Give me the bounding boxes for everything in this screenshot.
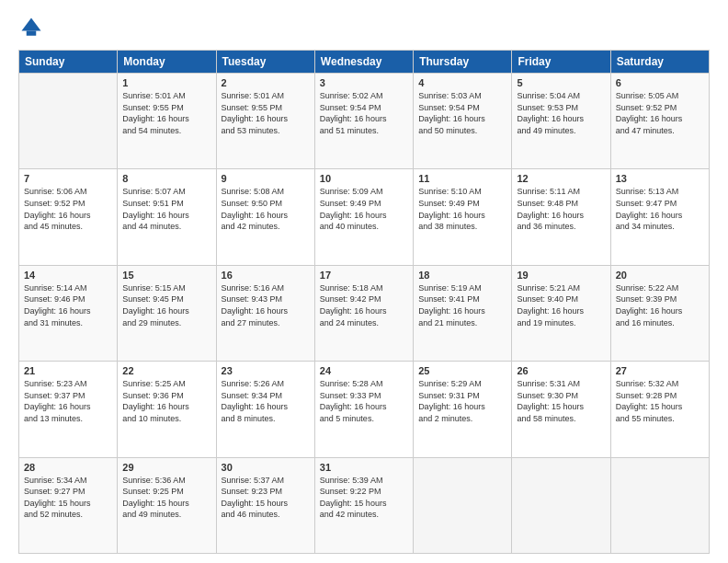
day-info: Sunrise: 5:39 AMSunset: 9:22 PMDaylight:… [320, 475, 408, 521]
logo-icon [18, 15, 44, 40]
day-number: 17 [320, 270, 408, 281]
day-info: Sunrise: 5:02 AMSunset: 9:54 PMDaylight:… [320, 90, 408, 136]
day-number: 21 [24, 365, 112, 376]
day-cell: 18Sunrise: 5:19 AMSunset: 9:41 PMDayligh… [414, 265, 512, 361]
day-number: 2 [222, 77, 310, 88]
day-cell: 6Sunrise: 5:05 AMSunset: 9:52 PMDaylight… [610, 74, 709, 169]
day-number: 30 [222, 462, 310, 473]
day-cell: 27Sunrise: 5:32 AMSunset: 9:28 PMDayligh… [610, 362, 709, 457]
col-header-wednesday: Wednesday [314, 51, 413, 74]
day-number: 10 [320, 173, 408, 184]
week-row-1: 1Sunrise: 5:01 AMSunset: 9:55 PMDaylight… [19, 74, 710, 169]
day-info: Sunrise: 5:21 AMSunset: 9:40 PMDaylight:… [517, 282, 605, 328]
day-number: 26 [517, 365, 605, 376]
day-number: 22 [122, 365, 210, 376]
calendar-header-row: SundayMondayTuesdayWednesdayThursdayFrid… [19, 51, 710, 74]
col-header-thursday: Thursday [414, 51, 512, 74]
day-info: Sunrise: 5:32 AMSunset: 9:28 PMDaylight:… [616, 378, 704, 424]
day-cell: 10Sunrise: 5:09 AMSunset: 9:49 PMDayligh… [314, 169, 413, 265]
day-cell: 1Sunrise: 5:01 AMSunset: 9:55 PMDaylight… [118, 74, 216, 169]
day-cell: 23Sunrise: 5:26 AMSunset: 9:34 PMDayligh… [216, 362, 314, 457]
day-cell: 15Sunrise: 5:15 AMSunset: 9:45 PMDayligh… [118, 265, 216, 361]
col-header-saturday: Saturday [610, 51, 709, 74]
day-info: Sunrise: 5:14 AMSunset: 9:46 PMDaylight:… [24, 282, 112, 328]
day-info: Sunrise: 5:05 AMSunset: 9:52 PMDaylight:… [616, 90, 704, 136]
day-number: 25 [418, 365, 506, 376]
calendar-table: SundayMondayTuesdayWednesdayThursdayFrid… [18, 50, 710, 554]
day-info: Sunrise: 5:34 AMSunset: 9:27 PMDaylight:… [24, 475, 112, 521]
day-cell: 21Sunrise: 5:23 AMSunset: 9:37 PMDayligh… [19, 362, 118, 457]
week-row-3: 14Sunrise: 5:14 AMSunset: 9:46 PMDayligh… [19, 265, 710, 361]
day-number: 27 [616, 365, 704, 376]
day-info: Sunrise: 5:11 AMSunset: 9:48 PMDaylight:… [517, 186, 605, 232]
day-info: Sunrise: 5:15 AMSunset: 9:45 PMDaylight:… [122, 282, 210, 328]
day-cell: 2Sunrise: 5:01 AMSunset: 9:55 PMDaylight… [216, 74, 314, 169]
day-cell: 28Sunrise: 5:34 AMSunset: 9:27 PMDayligh… [19, 457, 118, 553]
logo [18, 15, 50, 40]
day-number: 14 [24, 270, 112, 281]
day-info: Sunrise: 5:26 AMSunset: 9:34 PMDaylight:… [222, 378, 310, 424]
day-info: Sunrise: 5:37 AMSunset: 9:23 PMDaylight:… [222, 475, 310, 521]
day-cell: 24Sunrise: 5:28 AMSunset: 9:33 PMDayligh… [314, 362, 413, 457]
col-header-friday: Friday [512, 51, 610, 74]
day-cell: 20Sunrise: 5:22 AMSunset: 9:39 PMDayligh… [610, 265, 709, 361]
day-number: 16 [222, 270, 310, 281]
day-number: 18 [418, 270, 506, 281]
day-number: 23 [222, 365, 310, 376]
day-info: Sunrise: 5:04 AMSunset: 9:53 PMDaylight:… [517, 90, 605, 136]
day-number: 24 [320, 365, 408, 376]
week-row-2: 7Sunrise: 5:06 AMSunset: 9:52 PMDaylight… [19, 169, 710, 265]
day-number: 29 [122, 462, 210, 473]
day-info: Sunrise: 5:06 AMSunset: 9:52 PMDaylight:… [24, 186, 112, 232]
col-header-tuesday: Tuesday [216, 51, 314, 74]
day-number: 3 [320, 77, 408, 88]
day-cell: 14Sunrise: 5:14 AMSunset: 9:46 PMDayligh… [19, 265, 118, 361]
day-info: Sunrise: 5:19 AMSunset: 9:41 PMDaylight:… [418, 282, 506, 328]
day-cell: 25Sunrise: 5:29 AMSunset: 9:31 PMDayligh… [414, 362, 512, 457]
day-cell [610, 457, 709, 553]
day-info: Sunrise: 5:23 AMSunset: 9:37 PMDaylight:… [24, 378, 112, 424]
day-cell: 12Sunrise: 5:11 AMSunset: 9:48 PMDayligh… [512, 169, 610, 265]
day-info: Sunrise: 5:10 AMSunset: 9:49 PMDaylight:… [418, 186, 506, 232]
page: SundayMondayTuesdayWednesdayThursdayFrid… [0, 0, 728, 563]
day-cell: 3Sunrise: 5:02 AMSunset: 9:54 PMDaylight… [314, 74, 413, 169]
day-info: Sunrise: 5:18 AMSunset: 9:42 PMDaylight:… [320, 282, 408, 328]
day-number: 5 [517, 77, 605, 88]
svg-rect-1 [27, 31, 37, 36]
day-info: Sunrise: 5:25 AMSunset: 9:36 PMDaylight:… [122, 378, 210, 424]
day-info: Sunrise: 5:36 AMSunset: 9:25 PMDaylight:… [122, 475, 210, 521]
day-info: Sunrise: 5:09 AMSunset: 9:49 PMDaylight:… [320, 186, 408, 232]
col-header-monday: Monday [118, 51, 216, 74]
day-number: 28 [24, 462, 112, 473]
day-cell: 17Sunrise: 5:18 AMSunset: 9:42 PMDayligh… [314, 265, 413, 361]
day-number: 9 [222, 173, 310, 184]
day-cell: 30Sunrise: 5:37 AMSunset: 9:23 PMDayligh… [216, 457, 314, 553]
day-number: 19 [517, 270, 605, 281]
day-info: Sunrise: 5:08 AMSunset: 9:50 PMDaylight:… [222, 186, 310, 232]
day-cell [19, 74, 118, 169]
day-cell: 8Sunrise: 5:07 AMSunset: 9:51 PMDaylight… [118, 169, 216, 265]
day-cell: 31Sunrise: 5:39 AMSunset: 9:22 PMDayligh… [314, 457, 413, 553]
day-cell: 5Sunrise: 5:04 AMSunset: 9:53 PMDaylight… [512, 74, 610, 169]
day-number: 12 [517, 173, 605, 184]
day-cell: 13Sunrise: 5:13 AMSunset: 9:47 PMDayligh… [610, 169, 709, 265]
day-cell [512, 457, 610, 553]
col-header-sunday: Sunday [19, 51, 118, 74]
day-cell: 29Sunrise: 5:36 AMSunset: 9:25 PMDayligh… [118, 457, 216, 553]
day-info: Sunrise: 5:13 AMSunset: 9:47 PMDaylight:… [616, 186, 704, 232]
header [18, 15, 710, 40]
day-info: Sunrise: 5:31 AMSunset: 9:30 PMDaylight:… [517, 378, 605, 424]
day-number: 20 [616, 270, 704, 281]
day-cell: 7Sunrise: 5:06 AMSunset: 9:52 PMDaylight… [19, 169, 118, 265]
day-cell: 11Sunrise: 5:10 AMSunset: 9:49 PMDayligh… [414, 169, 512, 265]
week-row-5: 28Sunrise: 5:34 AMSunset: 9:27 PMDayligh… [19, 457, 710, 553]
day-info: Sunrise: 5:07 AMSunset: 9:51 PMDaylight:… [122, 186, 210, 232]
day-cell: 22Sunrise: 5:25 AMSunset: 9:36 PMDayligh… [118, 362, 216, 457]
week-row-4: 21Sunrise: 5:23 AMSunset: 9:37 PMDayligh… [19, 362, 710, 457]
day-number: 15 [122, 270, 210, 281]
day-cell: 16Sunrise: 5:16 AMSunset: 9:43 PMDayligh… [216, 265, 314, 361]
day-info: Sunrise: 5:01 AMSunset: 9:55 PMDaylight:… [122, 90, 210, 136]
day-number: 8 [122, 173, 210, 184]
day-info: Sunrise: 5:01 AMSunset: 9:55 PMDaylight:… [222, 90, 310, 136]
day-info: Sunrise: 5:22 AMSunset: 9:39 PMDaylight:… [616, 282, 704, 328]
